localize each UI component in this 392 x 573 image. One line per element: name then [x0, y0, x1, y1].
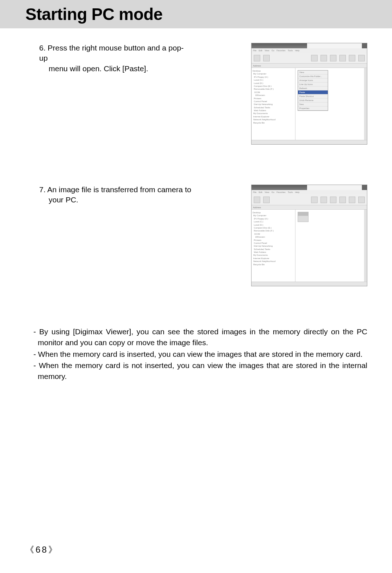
- step-6-line2: menu will open. Click [Paste].: [39, 64, 192, 74]
- page-content: 6. Press the right mouse button and a po…: [0, 28, 392, 382]
- ctx-customize: Customize this Folder...: [298, 74, 328, 78]
- page-title: Starting PC mode: [25, 4, 392, 24]
- ctx-properties: Properties: [298, 106, 328, 110]
- folder-pane: View Customize this Folder... Arrange Ic…: [295, 68, 367, 140]
- step-7-text: 7. An image file is transferred from cam…: [25, 185, 192, 205]
- toolbar-copy-icon: [320, 55, 327, 61]
- step-6-line1: Press the right mouse button and a pop-u…: [39, 44, 184, 62]
- step-6-number: 6.: [39, 44, 46, 52]
- step-7-number: 7.: [39, 185, 46, 194]
- ctx-lineup: Line Up Icons: [298, 82, 328, 86]
- scrollbar: [364, 210, 367, 282]
- window-statusbar: [252, 282, 367, 286]
- toolbar-forward-icon: [263, 55, 270, 61]
- ctx-new: New: [298, 102, 328, 106]
- notes-list: - By using [Digimax Viewer], you can see…: [25, 326, 367, 382]
- window-menubar: FileEditViewGoFavoritesToolsHelp: [252, 190, 367, 194]
- page-deco-right: 》: [48, 545, 58, 554]
- window-body: Desktop My Computer 3½ Floppy (A:) Local…: [252, 68, 367, 140]
- ctx-undo: Undo Rename: [298, 98, 328, 102]
- toolbar-copy-icon: [320, 197, 327, 203]
- window-toolbar: [252, 194, 367, 205]
- toolbar-cut-icon: [311, 55, 318, 61]
- toolbar-paste-icon: [330, 55, 336, 61]
- window-addressbar: Address: [252, 64, 367, 68]
- window-close-icon: [362, 43, 367, 48]
- folder-tree: Desktop My Computer 3½ Floppy (A:) Local…: [252, 210, 295, 282]
- window-body: Desktop My Computer 3½ Floppy (A:) Local…: [252, 210, 367, 282]
- page-deco-left: 《: [25, 545, 36, 554]
- toolbar-cut-icon: [311, 197, 318, 203]
- ctx-paste-shortcut: Paste Shortcut: [298, 94, 328, 98]
- toolbar-delete-icon: [349, 55, 355, 61]
- note-1: - By using [Digimax Viewer], you can see…: [33, 326, 367, 348]
- step-7: 7. An image file is transferred from cam…: [25, 185, 367, 286]
- step-6: 6. Press the right mouse button and a po…: [25, 43, 367, 145]
- window-statusbar: [252, 140, 367, 144]
- toolbar-views-icon: [358, 197, 365, 203]
- step-7-line1: An image file is transferred from camera…: [47, 185, 191, 194]
- ctx-refresh: Refresh: [298, 86, 328, 90]
- window-menubar: FileEditViewGoFavoritesToolsHelp: [252, 48, 367, 53]
- toolbar-views-icon: [358, 55, 365, 61]
- page-header: Starting PC mode: [0, 0, 392, 28]
- page-number: 《68》: [25, 544, 58, 556]
- scrollbar: [364, 68, 367, 140]
- toolbar-delete-icon: [349, 197, 355, 203]
- folder-pane: [295, 210, 367, 282]
- toolbar-forward-icon: [263, 197, 270, 203]
- step-7-line2: your PC.: [39, 195, 192, 205]
- step-6-text: 6. Press the right mouse button and a po…: [25, 43, 192, 74]
- file-thumbnail: [298, 212, 309, 222]
- window-toolbar: [252, 53, 367, 64]
- step-7-figure: FileEditViewGoFavoritesToolsHelp Address: [192, 185, 367, 286]
- page-number-value: 68: [36, 545, 48, 554]
- ctx-arrange: Arrange Icons: [298, 78, 328, 82]
- ctx-view: View: [298, 70, 328, 74]
- toolbar-undo-icon: [339, 197, 346, 203]
- window-close-icon: [362, 185, 367, 190]
- explorer-window-2: FileEditViewGoFavoritesToolsHelp Address: [251, 185, 367, 286]
- toolbar-back-icon: [254, 55, 260, 61]
- window-titlebar: [252, 43, 307, 48]
- window-addressbar: Address: [252, 205, 367, 210]
- toolbar-undo-icon: [339, 55, 346, 61]
- window-titlebar: [252, 185, 307, 190]
- context-menu: View Customize this Folder... Arrange Ic…: [298, 70, 328, 111]
- explorer-window-1: FileEditViewGoFavoritesToolsHelp Address: [251, 43, 367, 145]
- step-6-figure: FileEditViewGoFavoritesToolsHelp Address: [192, 43, 367, 145]
- note-3: - When the memory card is not inserted, …: [33, 360, 367, 382]
- toolbar-back-icon: [254, 197, 260, 203]
- note-2: - When the memory card is inserted, you …: [33, 349, 367, 360]
- ctx-paste: Paste: [298, 90, 328, 94]
- toolbar-paste-icon: [330, 197, 336, 203]
- folder-tree: Desktop My Computer 3½ Floppy (A:) Local…: [252, 68, 295, 140]
